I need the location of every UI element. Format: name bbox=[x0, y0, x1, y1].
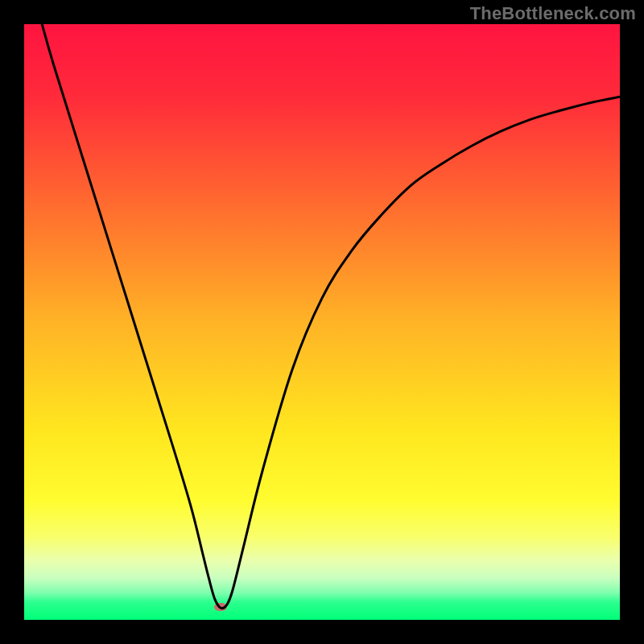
outer-frame: TheBottleneck.com bbox=[0, 0, 644, 644]
optimum-marker bbox=[214, 603, 227, 611]
heat-gradient-background bbox=[24, 24, 620, 620]
watermark-text: TheBottleneck.com bbox=[470, 3, 636, 24]
plot-area bbox=[24, 24, 620, 620]
